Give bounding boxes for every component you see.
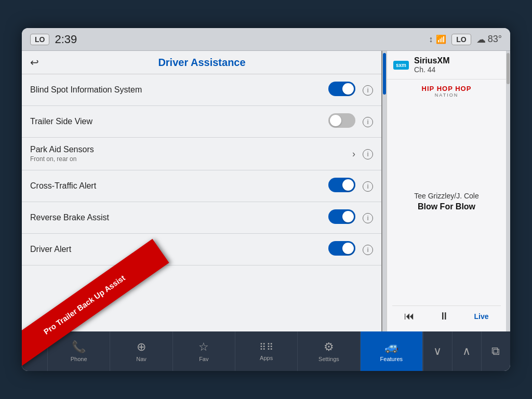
da-title: Driver Assistance <box>45 57 373 69</box>
nav-ctrl-down[interactable]: ∨ <box>423 331 452 371</box>
weather-icon: ☁ <box>476 34 486 45</box>
trailer-side-toggle[interactable] <box>328 113 355 130</box>
main-content: ↩ Driver Assistance Blind Spot Informati… <box>22 51 510 331</box>
reverse-brake-toggle[interactable] <box>328 209 355 226</box>
nav-icon-circle: ⊕ <box>137 340 146 354</box>
sxm-header: sxm SiriusXM Ch. 44 <box>387 51 506 79</box>
status-right: ↕ 📶 LO ☁ 83° <box>429 34 502 45</box>
hiphop-brand: HIP HOP HOP <box>422 85 472 92</box>
hiphop-nation: NATION <box>422 92 472 98</box>
da-item-park-aid: Park Aid Sensors Front on, rear on › i <box>22 138 381 170</box>
status-left: LO 2:39 <box>30 33 77 46</box>
sxm-station-name: SiriusXM <box>414 56 449 65</box>
back-button[interactable]: ↩ <box>30 56 39 69</box>
fav-label: Fav <box>199 356 208 362</box>
phone-label: Phone <box>71 356 87 362</box>
da-header: ↩ Driver Assistance <box>22 51 381 74</box>
da-item-reverse-brake: Reverse Brake Assist i <box>22 202 381 234</box>
sxm-panel: sxm SiriusXM Ch. 44 HIP HOP HOP NATION T… <box>387 51 506 331</box>
sxm-song: Blow For Blow <box>414 202 478 211</box>
apps-icon: ⠿⠿ <box>259 341 274 353</box>
back-nav-icon: ‹ <box>33 344 36 358</box>
nav-item-back[interactable]: ‹ <box>22 331 48 371</box>
trailer-side-info[interactable]: i <box>363 116 373 127</box>
driver-assistance-panel: ↩ Driver Assistance Blind Spot Informati… <box>22 51 382 331</box>
trailer-side-label: Trailer Side View <box>30 117 328 126</box>
wifi-icon: 📶 <box>436 34 446 44</box>
settings-label: Settings <box>318 356 339 362</box>
sxm-prev-button[interactable]: ⏮ <box>404 310 415 322</box>
sxm-artist: Tee Grizzley/J. Cole <box>414 192 478 200</box>
da-scrollbar[interactable] <box>382 51 387 331</box>
park-aid-label: Park Aid Sensors <box>30 145 352 154</box>
driver-alert-toggle[interactable] <box>328 241 355 258</box>
fav-icon: ☆ <box>198 340 209 354</box>
da-item-blind-spot: Blind Spot Information System i <box>22 74 381 106</box>
temperature: 83° <box>488 34 502 45</box>
sxm-scrollbar[interactable] <box>506 51 510 331</box>
status-bar: LO 2:39 ↕ 📶 LO ☁ 83° <box>22 28 510 51</box>
sxm-channel-number: Ch. 44 <box>414 65 449 74</box>
features-label: Features <box>380 356 403 362</box>
scrollbar-thumb <box>383 53 386 95</box>
sxm-track-info: Tee Grizzley/J. Cole Blow For Blow <box>414 181 478 222</box>
nav-ctrl-copy[interactable]: ⧉ <box>481 331 510 371</box>
park-aid-chevron[interactable]: › <box>352 149 355 159</box>
nav-item-apps[interactable]: ⠿⠿ Apps <box>235 331 298 371</box>
nav-item-phone[interactable]: 📞 Phone <box>48 331 110 371</box>
sxm-live-button[interactable]: Live <box>474 312 488 321</box>
lo-badge-left: LO <box>30 34 49 45</box>
nav-item-fav[interactable]: ☆ Fav <box>173 331 235 371</box>
hiphop-logo-area: HIP HOP HOP NATION <box>422 85 472 98</box>
driver-alert-info[interactable]: i <box>363 244 373 255</box>
da-item-driver-alert: Driver Alert i <box>22 234 381 265</box>
reverse-brake-info[interactable]: i <box>363 212 373 223</box>
park-aid-sub: Front on, rear on <box>30 155 352 163</box>
blind-spot-info[interactable]: i <box>363 84 373 96</box>
clock: 2:39 <box>55 33 77 46</box>
sxm-logo: sxm <box>393 61 409 70</box>
driver-alert-label: Driver Alert <box>30 245 328 254</box>
nav-item-features[interactable]: 🚙 Features <box>361 331 423 371</box>
phone-icon: 📞 <box>72 340 86 354</box>
blind-spot-label: Blind Spot Information System <box>30 85 328 95</box>
screen: LO 2:39 ↕ 📶 LO ☁ 83° ↩ Driver Assistance <box>22 28 510 371</box>
features-icon: 🚙 <box>384 340 398 354</box>
nav-bar: ‹ 📞 Phone ⊕ Nav ☆ Fav ⠿⠿ Apps ⚙ Settings… <box>22 331 510 371</box>
park-aid-info[interactable]: i <box>363 148 373 159</box>
cross-traffic-label: Cross-Traffic Alert <box>30 181 328 191</box>
lo-badge-right: LO <box>451 34 471 45</box>
da-item-cross-traffic: Cross-Traffic Alert i <box>22 170 381 202</box>
cross-traffic-toggle[interactable] <box>328 178 355 194</box>
sxm-controls: ⏮ ⏸ Live <box>392 305 501 326</box>
sxm-pause-button[interactable]: ⏸ <box>439 310 449 322</box>
sxm-channel-info: SiriusXM Ch. 44 <box>414 56 449 74</box>
nav-label: Nav <box>136 356 147 362</box>
da-list: Blind Spot Information System i Trailer … <box>22 74 381 331</box>
blind-spot-toggle[interactable] <box>328 82 355 98</box>
signal-icons: ↕ 📶 <box>429 34 446 44</box>
antenna-icon: ↕ <box>429 35 433 44</box>
nav-ctrl-up[interactable]: ∧ <box>452 331 481 371</box>
nav-item-settings[interactable]: ⚙ Settings <box>298 331 360 371</box>
weather: ☁ 83° <box>476 34 502 45</box>
settings-icon: ⚙ <box>324 340 334 354</box>
da-item-trailer-side: Trailer Side View i <box>22 106 381 138</box>
nav-item-nav[interactable]: ⊕ Nav <box>110 331 172 371</box>
apps-label: Apps <box>260 355 273 361</box>
cross-traffic-info[interactable]: i <box>363 180 373 192</box>
sxm-body: HIP HOP HOP NATION Tee Grizzley/J. Cole … <box>387 79 506 331</box>
sxm-scrollbar-thumb <box>507 53 510 84</box>
reverse-brake-label: Reverse Brake Assist <box>30 213 328 222</box>
